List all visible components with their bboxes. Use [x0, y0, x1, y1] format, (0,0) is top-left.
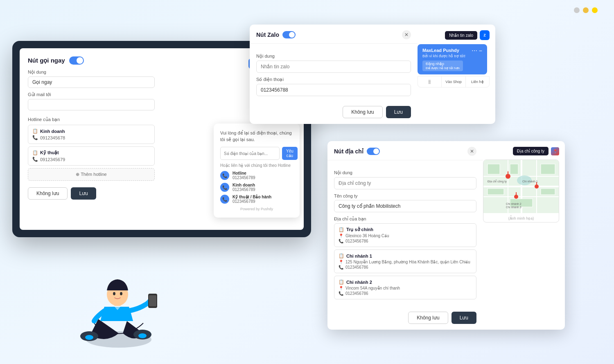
svg-point-25 [506, 174, 510, 179]
branch-0-addr: Glexinco 36 Hoàng Cầu [345, 234, 389, 238]
popup-phone-icon-3: 📞 [220, 195, 229, 204]
map-caption: (Ảnh minh họa) [483, 215, 559, 222]
branch-2-addr: Vincom 54A nguyễn chí thanh [345, 286, 400, 290]
zalo-cancel-button[interactable]: Không lưu [343, 106, 382, 118]
address-close-button[interactable]: ✕ [467, 147, 476, 156]
branch-item-0: 📋 Trụ sở chính 📍 Glexinco 36 Hoàng Cầu 📞… [334, 223, 476, 247]
zalo-form: Nút Zalo ✕ Nội dung Số điện thoại Không … [250, 25, 418, 124]
pushdy-notification: MaxLead Pushdy ⋯ − Bởi vì khi được hỗ tr… [418, 44, 487, 74]
svg-point-10 [138, 333, 147, 338]
hotline-popup-description: Vui lòng để lại số điện thoại, chúng tôi… [220, 130, 293, 143]
svg-rect-20 [488, 189, 504, 195]
zalo-save-button[interactable]: Lưu [386, 106, 411, 118]
add-hotline-label: Thêm hotline [81, 172, 107, 177]
pushdy-notif-title: MaxLead Pushdy [422, 48, 459, 53]
svg-text:Địa chỉ công ty: Địa chỉ công ty [488, 180, 507, 183]
zalo-preview-bottom-nav: ⣿ Vào Shop Liên hệ [418, 76, 490, 88]
address-dialog: Nút địa chỉ ✕ Nội dung Tên công ty Địa c… [327, 141, 565, 330]
zalo-preview-header: Nhắn tin zalo Z [418, 30, 490, 40]
svg-text:Chi nhánh 1: Chi nhánh 1 [522, 180, 538, 183]
bottom-lien-he-btn[interactable]: Liên hệ [466, 76, 489, 87]
zalo-dialog-title: Nút Zalo [256, 31, 296, 38]
nhan-tin-zalo-btn[interactable]: Nhắn tin zalo [445, 31, 477, 40]
address-map-preview: Địa chỉ công ty 📍 [483, 141, 565, 330]
branch-0-name: Trụ sở chính [346, 227, 373, 232]
nut-goi-ngay-panel: Nút gọi ngay Nội dung Gửi mail tới Hotli… [28, 56, 155, 200]
zalo-title-text: Nút Zalo [256, 31, 279, 38]
branch-item-2: 📋 Chi nhánh 2 📍 Vincom 54A nguyễn chí th… [334, 276, 476, 299]
window-controls [574, 7, 598, 13]
hotline-kinh-doanh-phone: 0912345678 [40, 135, 65, 140]
svg-text:Chi nhánh 3: Chi nhánh 3 [506, 206, 521, 209]
svg-text:Chi nhánh 2: Chi nhánh 2 [506, 202, 521, 205]
panel-header: Nút gọi ngay [28, 56, 155, 65]
panel-buttons: Không lưu Lưu [28, 187, 155, 200]
hotline-item-kinh-doanh: 📋 Kinh doanh 📞 0912345678 [28, 125, 155, 144]
hotline-ky-thuat-phone: 0912345679 [40, 157, 65, 162]
zalo-noi-dung-input[interactable] [256, 61, 411, 73]
addr-noi-dung-label: Nội dung [334, 170, 476, 175]
popup-hotline-3: 📞 Kỹ thuật / Bảo hành 0123456789 [220, 195, 293, 204]
zalo-phone-input[interactable] [256, 84, 411, 96]
nhan-tin-zalo-label: Nhắn tin zalo [449, 33, 473, 38]
address-dialog-header: Nút địa chỉ ✕ [327, 141, 483, 160]
branch-2-name: Chi nhánh 2 [346, 280, 372, 285]
gui-mail-input[interactable] [28, 99, 155, 110]
popup-phone-icon-2: 📞 [220, 183, 229, 192]
address-cancel-button[interactable]: Không lưu [408, 312, 448, 324]
noi-dung-label: Nội dung [28, 70, 155, 75]
map-svg: Địa chỉ công ty Chi nhánh 1 Chi nhánh 2 … [483, 160, 559, 213]
hotline-kinh-doanh-name: Kinh doanh [40, 129, 65, 134]
dia-chi-cty-btn[interactable]: Địa chỉ công ty [513, 147, 549, 155]
address-dialog-footer: Không lưu Lưu [327, 308, 483, 330]
address-title-text: Nút địa chỉ [334, 148, 363, 155]
address-toggle[interactable] [367, 148, 380, 155]
bottom-vao-shop-btn[interactable]: Vào Shop [442, 76, 465, 87]
phone-input[interactable] [220, 147, 280, 160]
branch-item-1: 📋 Chi nhánh 1 📍 125 Nguyễn Lương Bằng, p… [334, 249, 476, 273]
add-hotline-button[interactable]: ⊕ Thêm hotline [28, 168, 155, 181]
zalo-phone-label: Số điện thoại [256, 77, 411, 82]
noi-dung-input[interactable] [28, 76, 155, 88]
phone-input-row: Yêu cầu [220, 147, 293, 160]
hotline-ky-thuat-name: Kỹ thuật [40, 150, 59, 155]
yeu-cau-button[interactable]: Yêu cầu [282, 147, 298, 160]
hotline-section-label: Hotline của bạn [28, 117, 155, 122]
pushdy-dots-icon[interactable]: ⋯ [472, 47, 477, 54]
zalo-toggle[interactable] [282, 31, 296, 38]
hotline-popup: Vui lòng để lại số điện thoại, chúng tôi… [214, 124, 300, 218]
svg-rect-4 [149, 295, 156, 306]
popup-phone-icon-1: 📞 [220, 171, 229, 180]
pushdy-close-icon[interactable]: − [479, 47, 482, 54]
dot-yellow [583, 7, 589, 13]
gui-mail-label: Gửi mail tới [28, 92, 155, 97]
branch-1-addr: 125 Nguyễn Lương Bằng, phường Hòa Khánh … [345, 260, 470, 264]
bottom-grid-icon[interactable]: ⣿ [418, 76, 442, 87]
branch-1-name: Chi nhánh 1 [346, 254, 372, 258]
zalo-dialog: Nút Zalo ✕ Nội dung Số điện thoại Không … [250, 25, 495, 124]
powered-by-text: Powered by Pushdy [220, 207, 293, 211]
panel-toggle[interactable] [69, 56, 84, 65]
zalo-close-button[interactable]: ✕ [402, 30, 411, 39]
svg-rect-22 [541, 189, 555, 195]
dot-gray [574, 7, 580, 13]
cancel-button[interactable]: Không lưu [28, 187, 68, 200]
save-button[interactable]: Lưu [71, 187, 96, 200]
addr-dia-chi-label: Địa chỉ của bạn [334, 216, 476, 222]
svg-point-7 [113, 292, 115, 295]
maps-icon: 📍 [551, 147, 559, 155]
zalo-icon: Z [480, 30, 490, 40]
zalo-dialog-header: Nút Zalo ✕ [250, 25, 418, 44]
address-dialog-title: Nút địa chỉ [334, 148, 380, 155]
zalo-dialog-footer: Không lưu Lưu [250, 102, 418, 124]
svg-point-26 [535, 184, 539, 189]
address-dialog-body: Nội dung Tên công ty Địa chỉ của bạn 📋 T… [327, 160, 483, 308]
branch-list: 📋 Trụ sở chính 📍 Glexinco 36 Hoàng Cầu 📞… [334, 223, 476, 302]
address-save-button[interactable]: Lưu [451, 312, 476, 324]
branch-1-phone: 0123456786 [345, 265, 368, 270]
person-illustration [53, 245, 184, 352]
addr-ten-cty-input[interactable] [334, 200, 476, 212]
hotline-or-text: Hoặc liên hệ với chúng tôi theo Hotline [220, 163, 293, 168]
pushdy-notif-action[interactable]: Đăng nhập Để được hỗ trợ tốt hơn [422, 61, 463, 71]
addr-noi-dung-input[interactable] [334, 177, 476, 189]
